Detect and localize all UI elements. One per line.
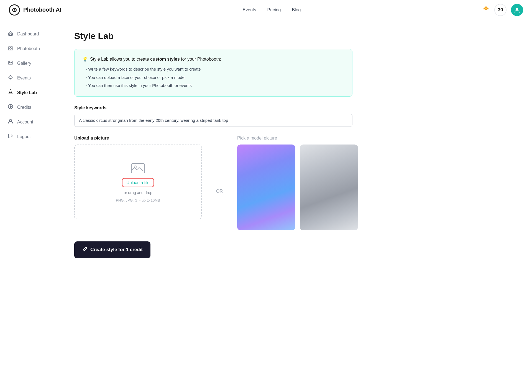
- svg-point-3: [10, 48, 11, 49]
- sidebar-item-gallery[interactable]: Gallery: [0, 56, 61, 71]
- nav-pricing[interactable]: Pricing: [267, 7, 281, 12]
- edit-pencil-icon: [82, 246, 88, 253]
- brand-section: Photobooth AI: [9, 4, 61, 16]
- sparkle-icon: [8, 74, 13, 81]
- sidebar-item-style-lab[interactable]: Style Lab: [0, 85, 61, 100]
- sidebar-label-credits: Credits: [17, 105, 31, 110]
- pick-model-label: Pick a model picture: [237, 136, 358, 141]
- model-pictures: [237, 145, 358, 230]
- nav-events[interactable]: Events: [243, 7, 256, 12]
- upload-img-icon: [131, 161, 145, 175]
- top-nav: Photobooth AI Events Pricing Blog 30: [0, 0, 532, 20]
- sidebar-label-style-lab: Style Lab: [17, 90, 37, 95]
- page-title: Style Lab: [74, 31, 352, 41]
- upload-col: Upload a picture Upload a file or drag a…: [74, 136, 202, 219]
- brand-name: Photobooth AI: [23, 7, 61, 13]
- sidebar-label-gallery: Gallery: [17, 61, 31, 66]
- sidebar-item-dashboard[interactable]: Dashboard: [0, 27, 61, 41]
- sidebar-item-photobooth[interactable]: Photobooth: [0, 41, 61, 56]
- credits-icon: [8, 104, 13, 111]
- info-bullet-3: You can then use this style in your Phot…: [86, 82, 344, 89]
- user-icon: [8, 118, 13, 125]
- model-image-1[interactable]: [237, 145, 295, 230]
- create-style-button[interactable]: Create style for 1 credit: [74, 241, 150, 258]
- model-image-2[interactable]: [300, 145, 358, 230]
- pick-col: Pick a model picture: [237, 136, 358, 230]
- info-bullet-2: You can upload a face of your choice or …: [86, 74, 344, 81]
- sidebar-label-photobooth: Photobooth: [17, 46, 40, 51]
- bulb-icon: 💡: [82, 55, 88, 63]
- info-bullets: Write a few keywords to describe the sty…: [82, 66, 344, 89]
- sidebar-label-events: Events: [17, 76, 31, 81]
- sidebar-item-logout[interactable]: Logout: [0, 129, 61, 144]
- info-box-text: Style Lab allows you to create custom st…: [90, 55, 221, 63]
- info-bullet-1: Write a few keywords to describe the sty…: [86, 66, 344, 73]
- main-content: Style Lab 💡 Style Lab allows you to crea…: [61, 20, 366, 392]
- home-icon: [8, 30, 13, 37]
- nav-blog[interactable]: Blog: [292, 7, 301, 12]
- svg-rect-2: [8, 47, 13, 50]
- sidebar-label-account: Account: [17, 120, 33, 125]
- upload-section: Upload a picture Upload a file or drag a…: [74, 136, 352, 230]
- logo-icon: [9, 4, 20, 16]
- upload-dropzone[interactable]: Upload a file or drag and drop PNG, JPG,…: [74, 145, 202, 219]
- signal-icon: [482, 5, 490, 15]
- gallery-icon: [8, 60, 13, 67]
- sidebar-item-events[interactable]: Events: [0, 71, 61, 85]
- svg-point-1: [516, 8, 518, 10]
- sidebar-item-credits[interactable]: Credits: [0, 100, 61, 115]
- sidebar: Dashboard Photobooth Gallery: [0, 20, 61, 392]
- camera-icon: [8, 45, 13, 52]
- info-box: 💡 Style Lab allows you to create custom …: [74, 49, 352, 97]
- topnav-right: 30: [482, 4, 523, 16]
- create-button-label: Create style for 1 credit: [90, 247, 143, 252]
- avatar[interactable]: [511, 4, 523, 16]
- or-divider: OR: [211, 189, 228, 194]
- format-text: PNG, JPG, GIF up to 10MB: [116, 198, 160, 202]
- layout: Dashboard Photobooth Gallery: [0, 0, 532, 392]
- svg-point-0: [485, 8, 487, 10]
- sidebar-label-dashboard: Dashboard: [17, 32, 39, 37]
- credits-badge[interactable]: 30: [494, 4, 507, 16]
- upload-label: Upload a picture: [74, 136, 202, 141]
- sidebar-label-logout: Logout: [17, 134, 31, 139]
- logout-icon: [8, 133, 13, 140]
- info-box-header: 💡 Style Lab allows you to create custom …: [82, 55, 344, 63]
- keywords-input[interactable]: [74, 114, 352, 127]
- flask-icon: [8, 89, 13, 96]
- sidebar-item-account[interactable]: Account: [0, 115, 61, 129]
- keywords-label: Style keywords: [74, 105, 352, 110]
- drag-drop-text: or drag and drop: [124, 190, 152, 195]
- nav-links: Events Pricing Blog: [243, 7, 301, 12]
- upload-file-button[interactable]: Upload a file: [122, 178, 154, 187]
